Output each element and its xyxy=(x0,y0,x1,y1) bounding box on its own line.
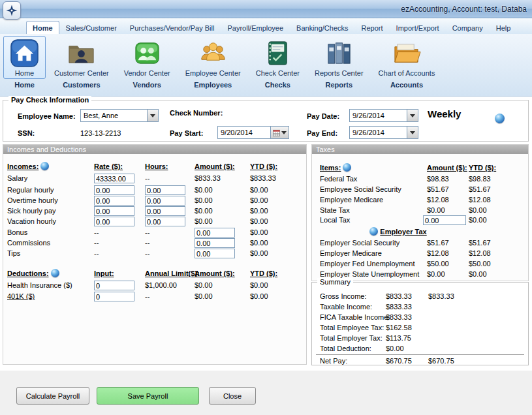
toolbar-item-home: Home Home xyxy=(3,36,46,89)
pay-date-value: 9/26/2014 xyxy=(350,112,407,119)
toolbar-button-chart-of-accounts[interactable]: Chart of Accounts xyxy=(372,36,442,79)
deductions-help-globe-icon[interactable] xyxy=(51,269,59,277)
toolbar-item-reports-center: Reports Center Reports xyxy=(308,36,370,89)
pay-start-datepicker[interactable]: 9/20/2014 xyxy=(217,126,289,139)
dropdown-arrow-icon xyxy=(407,110,418,121)
local-tax-input[interactable] xyxy=(423,215,466,225)
input-col-header: Input: xyxy=(94,269,144,279)
dropdown-arrow-icon xyxy=(407,127,418,138)
toolbar-button-label: Home xyxy=(15,69,34,77)
amount-value: $0.00 xyxy=(195,185,249,195)
toolbar-button-reports-center[interactable]: Reports Center xyxy=(308,36,370,79)
tab-help[interactable]: Help xyxy=(490,21,518,34)
amount-input[interactable] xyxy=(195,238,235,248)
rate-value: -- xyxy=(94,228,144,238)
taxes-help-globe-icon[interactable] xyxy=(343,163,351,172)
hours-input[interactable] xyxy=(145,217,185,226)
summary-row-total-employee-tax: Total Employee Tax: $162.58 xyxy=(312,323,528,333)
toolbar-button-employee-center[interactable]: Employee Center xyxy=(179,36,247,79)
tax-row-employee-medicare: Employee Medicare $12.08 $12.08 xyxy=(312,195,528,206)
toolbar-button-label: Customer Center xyxy=(54,69,109,77)
hours-input[interactable] xyxy=(145,196,185,206)
toolbar-item-vendor-center: Vendor Center Vendors xyxy=(117,36,177,89)
pay-date-select[interactable]: 9/26/2014 xyxy=(349,109,418,122)
rate-input[interactable] xyxy=(94,217,134,226)
tax-row-employee-social-security: Employee Social Security $51.67 $51.67 xyxy=(312,185,528,195)
rate-input[interactable] xyxy=(94,206,134,216)
tax-items-col-header: Items: xyxy=(320,164,341,172)
tax-row-state: State Tax $0.00 $0.00 xyxy=(312,206,528,216)
tab-banking-checks[interactable]: Banking/Checks xyxy=(290,21,355,34)
pay-frequency-label: Weekly xyxy=(428,108,461,119)
amount-col-header: Amount ($): xyxy=(195,269,249,279)
tax-amount: $50.00 xyxy=(427,259,467,269)
deduction-input[interactable] xyxy=(94,292,134,301)
amount-value: $0.00 xyxy=(195,281,249,290)
tax-label: Employer Fed Unemployment xyxy=(320,259,428,269)
tax-amount: $12.08 xyxy=(427,249,467,258)
tab-import-export[interactable]: Import/Export xyxy=(390,21,446,34)
app-menu-button[interactable] xyxy=(3,1,21,20)
income-label: Sick hourly pay xyxy=(7,206,93,216)
dropdown-arrow-icon xyxy=(147,110,158,121)
summary-row-fica-taxable-income: FICA Taxable Income: $833.33 xyxy=(312,313,528,323)
toolbar-group-label: Home xyxy=(14,81,35,89)
help-globe-icon[interactable] xyxy=(495,114,505,123)
deduction-label[interactable]: 401K ($) xyxy=(7,292,93,301)
ssn-value: 123-13-2213 xyxy=(80,129,121,138)
pay-end-select[interactable]: 9/26/2014 xyxy=(349,126,418,139)
rate-input[interactable] xyxy=(94,196,134,206)
ytd-col-header: YTD ($): xyxy=(250,269,305,279)
toolbar-group-label: Checks xyxy=(265,81,290,89)
toolbar-group-label: Customers xyxy=(63,81,100,89)
amount-input[interactable] xyxy=(195,249,235,258)
reports-center-icon xyxy=(324,38,354,68)
toolbar-item-chart-of-accounts: Chart of Accounts Accounts xyxy=(372,36,442,89)
tab-home[interactable]: Home xyxy=(26,21,59,34)
tax-ytd: $0.00 xyxy=(469,215,521,225)
rate-input[interactable] xyxy=(94,174,134,183)
employee-name-label: Employee Name: xyxy=(18,112,76,121)
tax-amount: $98.83 xyxy=(427,174,467,184)
tax-label: Employee Social Security xyxy=(320,185,428,194)
hours-input[interactable] xyxy=(145,206,185,216)
ytd-value: $0.00 xyxy=(250,238,305,248)
amount-col-header: Amount ($): xyxy=(195,162,249,172)
employer-tax-help-globe-icon[interactable] xyxy=(369,227,378,236)
tab-payroll-employee[interactable]: Payroll/Employee xyxy=(221,21,290,34)
save-payroll-button[interactable]: Save Payroll xyxy=(97,387,199,405)
employee-name-select[interactable]: Best, Anne xyxy=(80,109,159,122)
tab-purchases-vendor-pay-bill[interactable]: Purchases/Vendor/Pay Bill xyxy=(123,21,221,34)
tax-amount-col-header: Amount ($): xyxy=(427,163,467,173)
deduction-input[interactable] xyxy=(94,281,134,290)
pay-start-value: 9/20/2014 xyxy=(218,129,270,136)
menu-tab-bar: Home Sales/Customer Purchases/Vendor/Pay… xyxy=(0,18,532,34)
toolbar-button-home[interactable]: Home xyxy=(3,36,46,79)
summary-value: $0.00 xyxy=(386,344,426,354)
rate-input[interactable] xyxy=(94,185,134,195)
toolbar-button-vendor-center[interactable]: Vendor Center xyxy=(117,36,177,79)
summary-value: $113.75 xyxy=(386,333,426,343)
toolbar-button-customer-center[interactable]: Customer Center xyxy=(48,36,116,79)
toolbar-button-check-center[interactable]: Check Center xyxy=(249,36,306,79)
income-label: Tips xyxy=(7,249,93,258)
tab-company[interactable]: Company xyxy=(446,21,490,34)
employer-tax-header-row: Employer Tax xyxy=(312,227,528,238)
amount-value: $0.00 xyxy=(195,196,249,206)
hours-input[interactable] xyxy=(145,185,185,195)
calculate-payroll-button[interactable]: Calculate Payroll xyxy=(16,387,89,405)
check-center-icon xyxy=(263,38,292,68)
income-row-regular-hourly: Regular hourly $0.00 $0.00 xyxy=(3,185,306,196)
tab-sales-customer[interactable]: Sales/Customer xyxy=(59,21,123,34)
hours-value: -- xyxy=(145,228,193,238)
hours-col-header: Hours: xyxy=(145,162,193,172)
annual-limit-value: -- xyxy=(145,292,193,301)
customer-center-icon xyxy=(67,38,96,68)
annual-limit-value: $1,000.00 xyxy=(145,281,193,290)
summary-value: $670.75 xyxy=(386,356,426,366)
tab-report[interactable]: Report xyxy=(355,21,390,34)
amount-input[interactable] xyxy=(195,228,235,238)
close-button[interactable]: Close xyxy=(209,387,256,405)
taxes-panel: Taxes Items: Amount ($): YTD ($): Federa… xyxy=(311,144,529,281)
incomes-help-globe-icon[interactable] xyxy=(40,162,49,170)
